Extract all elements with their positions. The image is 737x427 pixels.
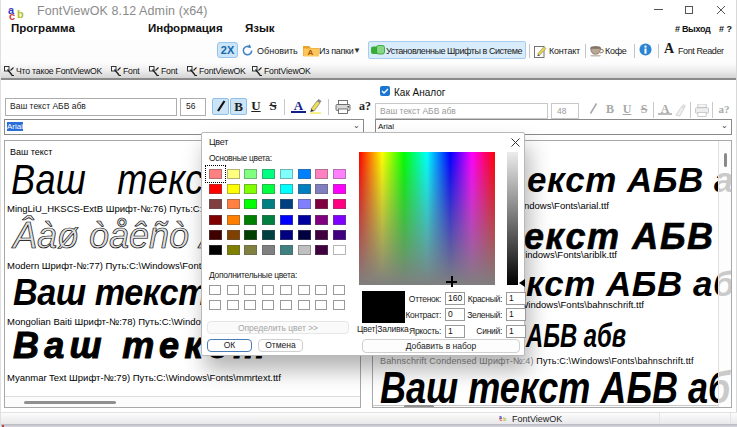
svg-text:b: b	[503, 416, 506, 422]
svg-text:A: A	[308, 48, 314, 57]
svg-text:c: c	[9, 10, 15, 21]
svg-text:b: b	[17, 8, 24, 20]
svg-text:c: c	[499, 416, 502, 422]
